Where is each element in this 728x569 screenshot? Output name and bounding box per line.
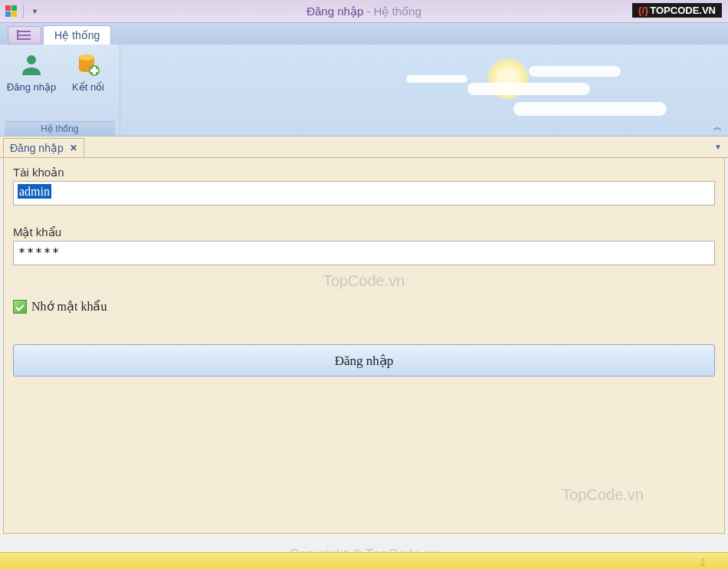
svg-rect-1 [18,35,31,36]
login-panel: Tài khoản admin Mật khẩu Nhớ mật khẩu Đă… [3,158,725,534]
ribbon-group-label: Hệ thống [5,121,115,136]
password-input[interactable] [13,241,715,265]
ribbon-login-label: Đăng nhập [7,81,56,93]
cloud-decoration [467,83,590,95]
ribbon-tab-strip: Hệ thống [0,23,728,44]
statusbar: 𓆟 [0,552,728,569]
user-icon [18,51,45,78]
fish-decoration: 𓆟 [701,556,705,568]
close-icon[interactable]: ✕ [70,143,77,153]
account-label: Tài khoản [13,166,715,179]
remember-checkbox[interactable] [13,300,27,314]
menu-icon [17,30,32,41]
window-title: Đăng nhập - Hệ thống [307,5,421,18]
qat-dropdown-icon[interactable]: ▼ [30,6,40,17]
titlebar: ▼ Đăng nhập - Hệ thống {/}TOPCODE.VN [0,0,728,23]
cloud-decoration [406,75,467,83]
svg-point-6 [79,54,94,61]
account-input[interactable] [13,181,715,206]
ribbon-group-system: Đăng nhập Kết nối Hệ thống [0,44,120,136]
ribbon-file-tab[interactable] [8,26,41,44]
remember-label: Nhớ mật khẩu [31,299,107,314]
content-tab-strip: Đăng nhập ✕ ▼ [0,136,728,158]
cloud-decoration [513,102,667,116]
svg-rect-2 [18,38,31,40]
ribbon-collapse-icon[interactable]: ︽ [713,121,722,133]
ribbon-tab-system[interactable]: Hệ thống [43,25,111,44]
app-icon [5,5,17,18]
database-plus-icon [74,51,102,78]
ribbon-login-button[interactable]: Đăng nhập [5,48,58,96]
topcode-badge: {/}TOPCODE.VN [632,3,722,18]
content-tab-login[interactable]: Đăng nhập ✕ [3,138,84,157]
svg-rect-0 [18,31,31,32]
login-button[interactable]: Đăng nhập [13,344,715,377]
svg-rect-9 [90,69,98,72]
ribbon-connect-label: Kết nối [72,81,104,93]
content-tab-label: Đăng nhập [10,142,64,154]
svg-rect-3 [17,30,18,40]
password-label: Mật khẩu [13,225,715,239]
cloud-decoration [529,66,621,77]
ribbon-body: Đăng nhập Kết nối Hệ thống [0,44,728,136]
svg-point-4 [27,55,36,64]
ribbon-connect-button[interactable]: Kết nối [61,48,115,96]
content-tabs-dropdown-icon[interactable]: ▼ [714,143,722,151]
